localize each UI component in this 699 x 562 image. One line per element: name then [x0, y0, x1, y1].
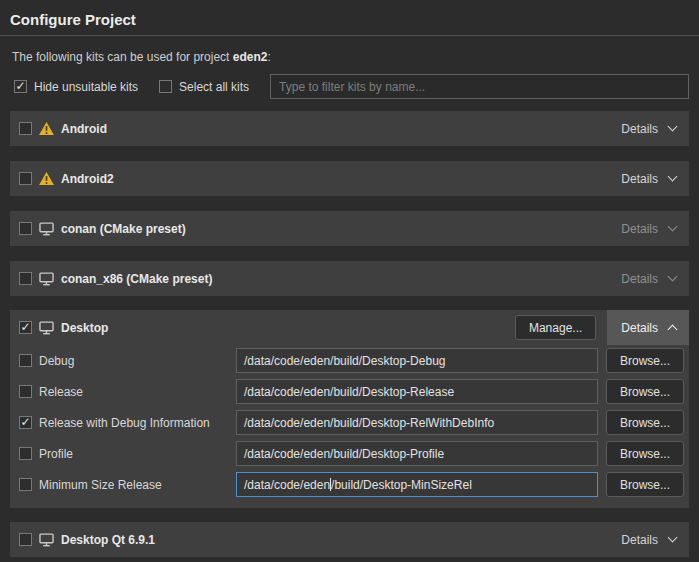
details-label: Details: [621, 122, 658, 136]
project-name: eden2: [233, 50, 268, 64]
kit-header: ✓ Android Details: [10, 111, 689, 146]
build-dir-input[interactable]: /data/code/eden/build/Desktop-Debug: [236, 348, 598, 373]
build-config-row: ✓ Profile /data/code/eden/build/Desktop-…: [10, 438, 689, 469]
chevron-icon: [668, 172, 678, 182]
chevron-icon: [668, 533, 678, 543]
chevron-icon: [668, 272, 678, 282]
kit-row: ✓ conan_x86 (CMake preset) Details: [10, 261, 689, 296]
kit-header: ✓ Desktop Qt 6.9.1 Details: [10, 522, 689, 557]
kit-checkbox[interactable]: ✓: [19, 321, 32, 334]
details-label: Details: [621, 533, 658, 547]
details-button[interactable]: Details: [607, 111, 689, 146]
kit-checkbox[interactable]: ✓: [19, 272, 32, 285]
chevron-icon: [668, 325, 678, 335]
select-all-label[interactable]: Select all kits: [179, 80, 249, 94]
chevron-icon: [668, 222, 678, 232]
kit-row: ✓ Desktop Qt 6.9.1 Details: [10, 522, 689, 557]
build-config-row: ✓ Release /data/code/eden/build/Desktop-…: [10, 376, 689, 407]
page-title-bar: Configure Project: [0, 0, 699, 36]
hide-unsuitable-checkbox[interactable]: ✓: [14, 80, 27, 93]
kit-header: ✓ conan_x86 (CMake preset) Details: [10, 261, 689, 296]
kit-name: conan (CMake preset): [61, 222, 186, 236]
kit-name: Android: [61, 122, 107, 136]
build-config-label[interactable]: Minimum Size Release: [39, 478, 236, 492]
kit-list: ✓ Android Details ✓: [10, 111, 689, 557]
build-config-label[interactable]: Release: [39, 385, 236, 399]
build-dir-input[interactable]: /data/code/eden/build/Desktop-MinSizeRel: [236, 472, 598, 497]
build-dir-input[interactable]: /data/code/eden/build/Desktop-Release: [236, 379, 598, 404]
intro-prefix: The following kits can be used for proje…: [12, 50, 233, 64]
browse-button[interactable]: Browse...: [606, 348, 684, 373]
kit-row: ✓ Android2 Details: [10, 161, 689, 196]
text-caret: [330, 478, 331, 491]
kit-header: ✓ Android2 Details: [10, 161, 689, 196]
build-dir-input[interactable]: /data/code/eden/build/Desktop-RelWithDeb…: [236, 410, 598, 435]
kit-checkbox[interactable]: ✓: [19, 222, 32, 235]
kit-header: ✓ conan (CMake preset) Details: [10, 211, 689, 246]
kit-row: ✓ Desktop Manage... Details ✓ Debug /dat…: [10, 310, 689, 508]
hide-unsuitable-label[interactable]: Hide unsuitable kits: [34, 80, 138, 94]
build-config-label[interactable]: Profile: [39, 447, 236, 461]
warning-icon: [39, 172, 54, 185]
browse-button[interactable]: Browse...: [606, 410, 684, 435]
details-label: Details: [621, 222, 658, 236]
kit-name: conan_x86 (CMake preset): [61, 272, 212, 286]
browse-button[interactable]: Browse...: [606, 472, 684, 497]
build-config-checkbox[interactable]: ✓: [19, 478, 32, 491]
details-label: Details: [621, 321, 658, 335]
checkmark-icon: ✓: [20, 321, 30, 333]
browse-button[interactable]: Browse...: [606, 441, 684, 466]
desktop-icon: [39, 321, 54, 335]
details-button[interactable]: Details: [607, 522, 689, 557]
select-all-checkbox[interactable]: ✓: [159, 80, 172, 93]
details-button[interactable]: Details: [607, 211, 689, 246]
build-config-label[interactable]: Debug: [39, 354, 236, 368]
kit-name: Desktop Qt 6.9.1: [61, 533, 155, 547]
warning-icon: [39, 122, 54, 135]
kit-checkbox[interactable]: ✓: [19, 533, 32, 546]
build-config-row: ✓ Minimum Size Release /data/code/eden/b…: [10, 469, 689, 500]
kit-checkbox[interactable]: ✓: [19, 172, 32, 185]
kit-header: ✓ Desktop Manage... Details: [10, 310, 689, 345]
kit-name: Desktop: [61, 321, 108, 335]
kit-filter-input[interactable]: [270, 74, 689, 99]
build-config-row: ✓ Release with Debug Information /data/c…: [10, 407, 689, 438]
build-config-checkbox[interactable]: ✓: [19, 447, 32, 460]
desktop-icon: [39, 533, 54, 547]
build-dir-input[interactable]: /data/code/eden/build/Desktop-Profile: [236, 441, 598, 466]
kit-configs: ✓ Debug /data/code/eden/build/Desktop-De…: [10, 345, 689, 508]
details-label: Details: [621, 272, 658, 286]
kit-row: ✓ conan (CMake preset) Details: [10, 211, 689, 246]
manage-button[interactable]: Manage...: [515, 315, 596, 340]
details-label: Details: [621, 172, 658, 186]
kit-row: ✓ Android Details: [10, 111, 689, 146]
build-config-row: ✓ Debug /data/code/eden/build/Desktop-De…: [10, 345, 689, 376]
details-button[interactable]: Details: [607, 161, 689, 196]
desktop-icon: [39, 272, 54, 286]
chevron-icon: [668, 122, 678, 132]
checkmark-icon: ✓: [20, 416, 30, 428]
build-config-label[interactable]: Release with Debug Information: [39, 416, 236, 430]
intro-text: The following kits can be used for proje…: [12, 50, 689, 64]
build-config-checkbox[interactable]: ✓: [19, 416, 32, 429]
desktop-icon: [39, 222, 54, 236]
kit-name: Android2: [61, 172, 114, 186]
intro-suffix: :: [267, 50, 270, 64]
page-title: Configure Project: [10, 11, 689, 28]
details-button[interactable]: Details: [607, 261, 689, 296]
browse-button[interactable]: Browse...: [606, 379, 684, 404]
kit-checkbox[interactable]: ✓: [19, 122, 32, 135]
filter-bar: ✓ Hide unsuitable kits ✓ Select all kits: [14, 74, 689, 99]
checkmark-icon: ✓: [15, 80, 25, 92]
build-config-checkbox[interactable]: ✓: [19, 385, 32, 398]
build-config-checkbox[interactable]: ✓: [19, 354, 32, 367]
details-button[interactable]: Details: [607, 310, 689, 345]
